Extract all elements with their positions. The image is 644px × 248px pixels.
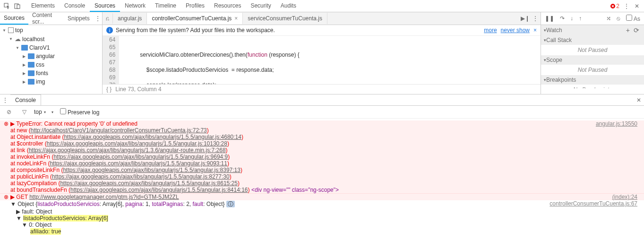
source-link[interactable]: (index):24 xyxy=(612,194,642,200)
preserve-log-checkbox[interactable]: Preserve log xyxy=(60,108,100,116)
svg-rect-2 xyxy=(17,5,20,9)
devtools-tabs-bar: Elements Console Sources Network Timelin… xyxy=(0,0,644,12)
deactivate-bp-icon[interactable]: ⤭ xyxy=(606,15,611,22)
code-editor[interactable]: 64656667686970 servicioMiClaro.obtenerDi… xyxy=(103,36,541,84)
info-never-link[interactable]: never show xyxy=(501,27,530,34)
close-icon[interactable]: × xyxy=(533,27,537,34)
source-link[interactable]: angular.js:13550 xyxy=(596,120,642,127)
file-tabs: ⎌ angular.js controllerConsumerTuCuenta.… xyxy=(103,12,541,25)
breakpoints-section[interactable]: Breakpoints xyxy=(541,75,644,85)
stack-frame: at publicLinkFn (https://ajax.googleapis… xyxy=(0,173,644,180)
tree-folder[interactable]: css xyxy=(0,60,102,69)
url-link[interactable]: https://ajax.googleapis.com/ajax/libs/an… xyxy=(50,160,227,167)
error-icon: ⊗ xyxy=(2,120,10,127)
expand-icon[interactable]: ▶ xyxy=(10,194,15,200)
tab-network[interactable]: Network xyxy=(120,0,150,12)
close-drawer-icon[interactable]: ✕ xyxy=(634,95,644,105)
filter-icon[interactable]: ▽ xyxy=(19,107,29,117)
file-tab[interactable]: angular.js xyxy=(113,13,147,24)
navigator-panel: Sources Content scr... Snippets ⋮ top lo… xyxy=(0,12,103,94)
tree-folder-root[interactable]: ClaroV1 xyxy=(0,43,102,52)
info-more-link[interactable]: more xyxy=(484,27,497,34)
watch-section[interactable]: Watch+⟳ xyxy=(541,25,644,35)
drawer-header: ⋮ Console ✕ xyxy=(0,94,644,106)
url-link[interactable]: https://ajax.googleapis.com/ajax/libs/an… xyxy=(70,187,248,193)
history-back-icon[interactable]: ⎌ xyxy=(103,13,113,24)
object-property[interactable]: ▼ listadoProductoServicios: Array[6] xyxy=(10,215,642,222)
inspect-icon[interactable] xyxy=(2,1,12,11)
sources-subtab[interactable]: Sources xyxy=(0,12,28,25)
object-property[interactable]: ▶ fault: Object xyxy=(10,208,642,215)
cursor-position: Line 73, Column 4 xyxy=(115,86,161,93)
more-file-icon[interactable]: ⋮ xyxy=(530,13,541,24)
url-link[interactable]: https://ajax.googleapis.com/ajax/libs/an… xyxy=(63,167,240,173)
frame-icon xyxy=(8,27,14,33)
info-icon: i xyxy=(106,27,113,34)
object-property: afiliado: true xyxy=(10,228,642,235)
more-subtab-icon[interactable]: ⋮ xyxy=(94,13,102,24)
device-icon[interactable] xyxy=(12,1,23,11)
more-icon[interactable]: ⋮ xyxy=(621,1,632,11)
url-link[interactable]: https://ajax.googleapis.com/ajax/libs/an… xyxy=(52,173,230,180)
file-tab-active[interactable]: controllerConsumerTuCuenta.js× xyxy=(147,13,243,24)
expand-icon[interactable]: ▶ xyxy=(10,120,15,127)
debugger-toolbar: ❚❚ ↷ ↓ ↑ ⤭ ⦸ As xyxy=(541,12,644,25)
url-link[interactable]: http://www.googletagmanager.com/gtm.js?i… xyxy=(29,194,179,200)
step-into-icon[interactable]: ↓ xyxy=(570,15,573,22)
level-selector[interactable] xyxy=(51,110,55,114)
snippets-subtab[interactable]: Snippets xyxy=(64,13,94,24)
tree-top[interactable]: top xyxy=(0,26,102,34)
breakpoints-empty: No Breakpoints xyxy=(541,85,644,88)
context-selector[interactable]: top xyxy=(34,109,46,115)
close-icon[interactable]: × xyxy=(234,15,238,22)
pause-exceptions-icon[interactable]: ⦸ xyxy=(617,15,620,22)
error-counter[interactable]: 2 xyxy=(609,3,621,9)
folder-icon xyxy=(28,62,34,68)
tab-resources[interactable]: Resources xyxy=(209,0,246,12)
expand-icon[interactable]: ▼ xyxy=(10,201,16,207)
url-link[interactable]: https://ajax.googleapis.com/ajax/libs/an… xyxy=(60,180,238,187)
tree-folder[interactable]: angular xyxy=(0,52,102,60)
tab-console[interactable]: Console xyxy=(60,0,90,12)
url-link[interactable]: https://ajax.googleapis.com/ajax/libs/an… xyxy=(47,140,227,147)
drawer-more-icon[interactable]: ⋮ xyxy=(0,95,10,105)
refresh-watch-icon[interactable]: ⟳ xyxy=(632,26,641,34)
error-icon: ⊗ xyxy=(2,194,10,200)
scope-empty: Not Paused xyxy=(541,65,644,75)
file-tab[interactable]: serviceConsumerTuCuenta.js xyxy=(243,13,327,24)
close-devtools-icon[interactable]: ✕ xyxy=(632,1,642,11)
tab-profiles[interactable]: Profiles xyxy=(181,0,209,12)
async-checkbox[interactable]: As xyxy=(626,15,640,22)
add-watch-icon[interactable]: + xyxy=(624,26,632,34)
step-over-icon[interactable]: ↷ xyxy=(560,15,565,22)
tree-host[interactable]: localhost xyxy=(0,34,102,43)
folder-icon xyxy=(28,70,34,76)
url-link[interactable]: https://ajax.googleapis.com/ajax/libs/an… xyxy=(29,147,226,154)
pause-icon[interactable]: ❚❚ xyxy=(545,15,554,22)
console-output[interactable]: ⊗ ▶ TypeError: Cannot read property '0' … xyxy=(0,119,644,248)
tree-folder[interactable]: img xyxy=(0,77,102,86)
folder-icon xyxy=(21,45,28,51)
tab-security[interactable]: Security xyxy=(246,0,275,12)
workspace-info-bar: i Serving from the file system? Add your… xyxy=(103,25,541,36)
braces-icon[interactable]: { } xyxy=(106,86,112,93)
console-toolbar: ⊘ ▽ top Preserve log xyxy=(0,106,644,119)
run-icon[interactable]: ▶❙ xyxy=(520,13,530,24)
clear-console-icon[interactable]: ⊘ xyxy=(4,107,14,117)
url-link[interactable]: http://localhost/ClaroV1/angular/control… xyxy=(31,127,207,134)
scope-section[interactable]: Scope xyxy=(541,55,644,65)
tab-audits[interactable]: Audits xyxy=(276,0,301,12)
url-link[interactable]: https://ajax.googleapis.com/ajax/libs/an… xyxy=(64,134,241,140)
tree-folder[interactable]: fonts xyxy=(0,69,102,77)
error-message: TypeError: Cannot read property '0' of u… xyxy=(16,120,137,127)
drawer-tab-console[interactable]: Console xyxy=(10,94,41,105)
url-link[interactable]: https://ajax.googleapis.com/ajax/libs/an… xyxy=(53,154,228,160)
object-property[interactable]: ▼ 0: Object xyxy=(10,222,642,228)
line-gutter: 64656667686970 xyxy=(103,36,119,84)
step-out-icon[interactable]: ↑ xyxy=(579,15,582,22)
tab-sources[interactable]: Sources xyxy=(90,0,120,12)
source-link[interactable]: controllerConsumerTuCuenta.js:67 xyxy=(550,200,642,208)
callstack-section[interactable]: Call Stack xyxy=(541,35,644,45)
sources-panel: Sources Content scr... Snippets ⋮ top lo… xyxy=(0,12,644,94)
tab-timeline[interactable]: Timeline xyxy=(150,0,181,12)
